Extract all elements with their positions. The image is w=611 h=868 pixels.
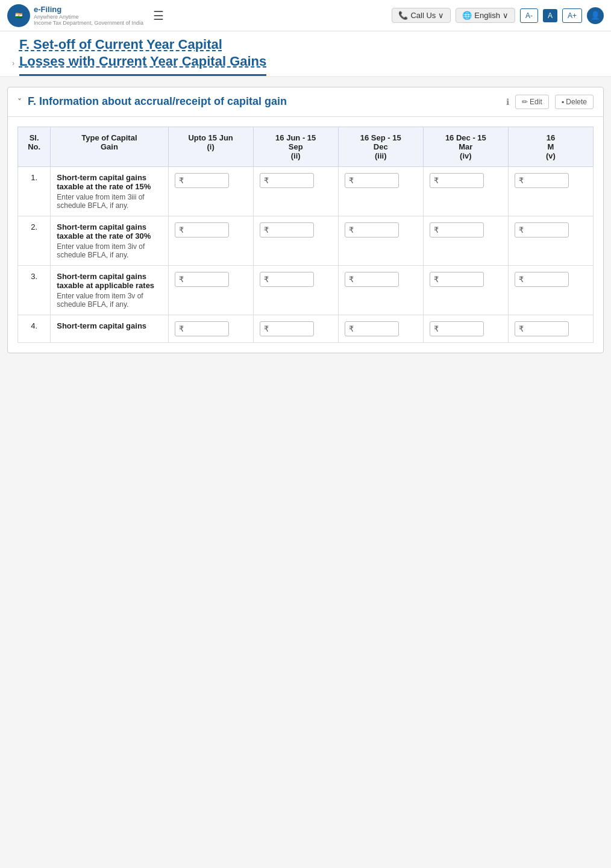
- cell-col4-3: ₹: [423, 315, 508, 343]
- rupee-input-col2-3: ₹: [260, 321, 314, 336]
- rupee-input-col4-3: ₹: [430, 321, 484, 336]
- rupee-field-col1-2[interactable]: [186, 275, 222, 284]
- page-title-line1: F. Set-off of Current Year Capital: [19, 37, 222, 52]
- rupee-symbol-col3-2: ₹: [349, 275, 354, 284]
- font-decrease-button[interactable]: A-: [520, 8, 538, 23]
- section-header: ˅ F. Information about accrual/receipt o…: [8, 87, 603, 117]
- font-normal-button[interactable]: A: [543, 9, 557, 22]
- edit-button[interactable]: ✏ Edit: [515, 95, 549, 109]
- language-chevron: ∨: [503, 11, 509, 20]
- rupee-symbol-col4-2: ₹: [434, 275, 439, 284]
- rupee-input-col3-1: ₹: [345, 222, 399, 237]
- logo-emblem: 🇮🇳: [7, 4, 30, 27]
- call-us-label: Call Us: [410, 11, 436, 20]
- cell-col5-3: ₹: [508, 315, 593, 343]
- logo-tagline: Anywhere Anytime: [34, 14, 143, 20]
- rupee-symbol-col4-3: ₹: [434, 324, 439, 333]
- type-label-0: Short-term capital gains taxable at the …: [57, 173, 151, 191]
- language-button[interactable]: 🌐 English ∨: [456, 8, 515, 23]
- cell-col5-0: ₹: [508, 167, 593, 216]
- th-type: Type of CapitalGain: [51, 127, 168, 167]
- rupee-field-col2-3[interactable]: [271, 324, 307, 333]
- font-increase-button[interactable]: A+: [562, 8, 582, 23]
- rupee-field-col3-3[interactable]: [356, 324, 392, 333]
- user-avatar[interactable]: 👤: [587, 7, 604, 24]
- table-row: 4.Short-term capital gains₹₹₹₹₹: [18, 315, 594, 343]
- cell-col3-1: ₹: [338, 216, 423, 266]
- rupee-symbol-col5-1: ₹: [519, 225, 524, 234]
- rupee-field-col4-3[interactable]: [441, 324, 477, 333]
- call-us-button[interactable]: 📞 Call Us ∨: [392, 8, 451, 23]
- delete-button[interactable]: ▪ Delete: [555, 95, 594, 109]
- rupee-input-col5-1: ₹: [515, 222, 569, 237]
- logo-text-block: e-Filing Anywhere Anytime Income Tax Dep…: [34, 5, 143, 26]
- rupee-symbol-col5-0: ₹: [519, 176, 524, 185]
- page-title-line2: Losses with Current Year Capital Gains: [19, 54, 266, 69]
- globe-icon: 🌐: [462, 11, 472, 20]
- rupee-field-col3-1[interactable]: [356, 225, 392, 234]
- table-row: 1.Short-term capital gains taxable at th…: [18, 167, 594, 216]
- collapse-icon[interactable]: ˅: [17, 97, 22, 107]
- rupee-input-col4-0: ₹: [430, 173, 484, 188]
- breadcrumb: › F. Set-off of Current Year Capital Los…: [12, 36, 599, 76]
- rupee-field-col2-0[interactable]: [271, 176, 307, 185]
- rupee-symbol-col3-3: ₹: [349, 324, 354, 333]
- rupee-field-col1-1[interactable]: [186, 225, 222, 234]
- rupee-symbol-col1-2: ₹: [179, 275, 184, 284]
- rupee-symbol-col2-1: ₹: [264, 225, 269, 234]
- type-sublabel-1: Enter value from item 3iv of schedule BF…: [57, 242, 161, 259]
- cell-sl-2: 3.: [18, 266, 51, 315]
- rupee-symbol-col2-0: ₹: [264, 176, 269, 185]
- phone-icon: 📞: [398, 11, 408, 20]
- th-col1: Upto 15 Jun(i): [168, 127, 253, 167]
- rupee-field-col5-1[interactable]: [526, 225, 562, 234]
- rupee-field-col3-0[interactable]: [356, 176, 392, 185]
- cell-col5-1: ₹: [508, 216, 593, 266]
- cell-type-3: Short-term capital gains: [51, 315, 168, 343]
- rupee-input-col2-2: ₹: [260, 272, 314, 287]
- rupee-field-col5-2[interactable]: [526, 275, 562, 284]
- cell-sl-1: 2.: [18, 216, 51, 266]
- rupee-field-col4-0[interactable]: [441, 176, 477, 185]
- rupee-field-col5-0[interactable]: [526, 176, 562, 185]
- type-label-1: Short-term capital gains taxable at the …: [57, 222, 151, 241]
- rupee-field-col4-2[interactable]: [441, 275, 477, 284]
- cell-col1-2: ₹: [168, 266, 253, 315]
- rupee-field-col1-3[interactable]: [186, 324, 222, 333]
- table-header-row: Sl.No. Type of CapitalGain Upto 15 Jun(i…: [18, 127, 594, 167]
- rupee-field-col2-1[interactable]: [271, 225, 307, 234]
- language-label: English: [474, 11, 500, 20]
- rupee-input-col1-3: ₹: [175, 321, 229, 336]
- rupee-field-col3-2[interactable]: [356, 275, 392, 284]
- rupee-field-col2-2[interactable]: [271, 275, 307, 284]
- rupee-input-col2-0: ₹: [260, 173, 314, 188]
- rupee-field-col4-1[interactable]: [441, 225, 477, 234]
- type-label-3: Short-term capital gains: [57, 321, 146, 330]
- cell-col2-1: ₹: [253, 216, 338, 266]
- cell-col4-2: ₹: [423, 266, 508, 315]
- rupee-symbol-col3-0: ₹: [349, 176, 354, 185]
- header-right: 📞 Call Us ∨ 🌐 English ∨ A- A A+ 👤: [392, 7, 604, 24]
- page-title: F. Set-off of Current Year Capital Losse…: [19, 36, 266, 76]
- rupee-symbol-col1-0: ₹: [179, 176, 184, 185]
- rupee-input-col2-1: ₹: [260, 222, 314, 237]
- rupee-field-col1-0[interactable]: [186, 176, 222, 185]
- rupee-input-col1-0: ₹: [175, 173, 229, 188]
- table-row: 2.Short-term capital gains taxable at th…: [18, 216, 594, 266]
- type-sublabel-2: Enter value from item 3v of schedule BFL…: [57, 292, 161, 309]
- cell-col2-2: ₹: [253, 266, 338, 315]
- hamburger-icon[interactable]: ☰: [153, 8, 164, 23]
- cell-col3-3: ₹: [338, 315, 423, 343]
- rupee-field-col5-3[interactable]: [526, 324, 562, 333]
- section-card: ˅ F. Information about accrual/receipt o…: [7, 87, 604, 353]
- th-col5: 16M(v): [508, 127, 593, 167]
- info-icon[interactable]: ℹ: [506, 97, 509, 107]
- rupee-symbol-col4-0: ₹: [434, 176, 439, 185]
- breadcrumb-section: › F. Set-off of Current Year Capital Los…: [0, 31, 611, 77]
- cell-col2-0: ₹: [253, 167, 338, 216]
- rupee-symbol-col2-3: ₹: [264, 324, 269, 333]
- cell-col3-0: ₹: [338, 167, 423, 216]
- rupee-input-col4-1: ₹: [430, 222, 484, 237]
- call-us-chevron: ∨: [438, 11, 444, 20]
- section-title: F. Information about accrual/receipt of …: [28, 95, 500, 108]
